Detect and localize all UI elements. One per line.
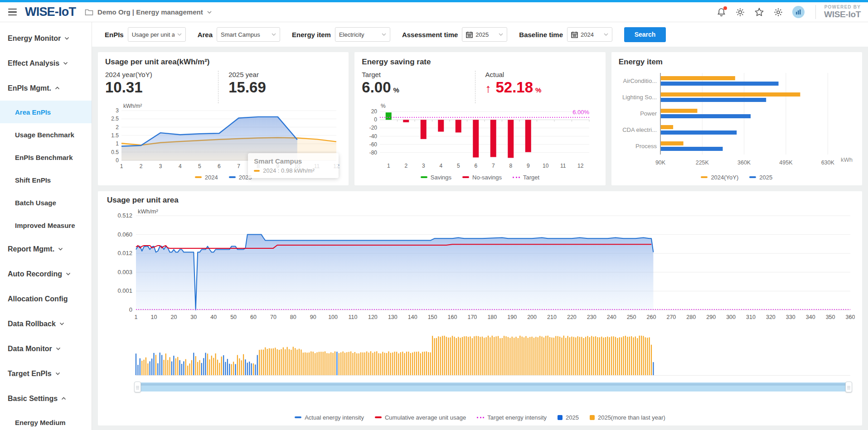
- settings-icon[interactable]: [773, 7, 783, 17]
- search-button[interactable]: Search: [624, 27, 666, 42]
- legend-marker: [590, 415, 595, 420]
- saving-rate-chart: 200-20-40-60-80%1234567891011126.00%: [362, 103, 597, 174]
- sidebar-item-auto-recording[interactable]: Auto Recording: [0, 261, 92, 286]
- sidebar-item-shift-enpis[interactable]: Shift EnPIs: [0, 169, 92, 191]
- svg-text:6: 6: [218, 163, 221, 169]
- legend-item-2025[interactable]: 2025: [749, 174, 772, 181]
- svg-text:9: 9: [276, 163, 279, 169]
- sidebar-item-energy-monitor[interactable]: Energy Monitor: [0, 26, 92, 51]
- chevron-down-icon: [604, 33, 608, 36]
- legend-item-2025[interactable]: 2025: [558, 414, 579, 421]
- sidebar-item-label: Auto Recording: [8, 270, 62, 278]
- stat-2024-yoy: 2024 year(YoY) 10.31: [105, 71, 218, 97]
- legend-item-actual-energy-intensity[interactable]: Actual energy intensity: [295, 414, 364, 421]
- sidebar-item-label: Energy Medium: [15, 419, 66, 426]
- sidebar-item-target-enpis[interactable]: Target EnPIs: [0, 361, 92, 386]
- legend-item-target[interactable]: Target: [513, 174, 539, 181]
- area-select[interactable]: Smart Campus: [217, 27, 280, 42]
- chevron-down-icon: [64, 37, 69, 40]
- svg-text:360: 360: [846, 314, 855, 320]
- notifications-icon[interactable]: [717, 7, 726, 17]
- legend-item-2024-yoy[interactable]: 2024(YoY): [701, 174, 738, 181]
- legend-label: 2025: [239, 174, 252, 181]
- svg-text:10: 10: [151, 314, 157, 320]
- sidebar-item-allocation-config[interactable]: Allocation Config: [0, 286, 92, 311]
- legend-item-no-savings[interactable]: No-savings: [462, 174, 502, 181]
- svg-text:50: 50: [230, 314, 237, 320]
- sidebar-item-enpis-benchmark[interactable]: EnPIs Benchmark: [0, 146, 92, 169]
- enpis-select[interactable]: Usage per unit are: [128, 27, 186, 42]
- svg-text:60: 60: [250, 314, 257, 320]
- sidebar-item-label: Energy Monitor: [8, 34, 61, 43]
- sidebar-item-data-monitor[interactable]: Data Monitor: [0, 336, 92, 361]
- org-label: Demo Org | Energy management: [97, 8, 203, 16]
- legend-marker: [295, 416, 301, 418]
- chevron-down-icon: [59, 322, 64, 325]
- svg-text:8: 8: [257, 163, 260, 169]
- chart-legend: Actual energy intensityCumulative averag…: [107, 412, 853, 423]
- sidebar-item-area-enpis[interactable]: Area EnPIs: [0, 101, 92, 123]
- display-settings-icon[interactable]: [735, 7, 745, 17]
- sidebar-item-usage-benchmark[interactable]: Usage Benchmark: [0, 123, 92, 146]
- svg-text:AirConditio...: AirConditio...: [623, 77, 656, 84]
- energy-item-select[interactable]: Electricity: [335, 27, 390, 42]
- avatar-glyph-icon: [795, 9, 801, 15]
- legend-item-target-energy-intensity[interactable]: Target energy intensity: [477, 414, 547, 421]
- sidebar-item-label: Data Rollback: [8, 320, 56, 328]
- divider: [475, 71, 475, 103]
- legend-label: No-savings: [472, 174, 502, 181]
- svg-text:40: 40: [210, 314, 217, 320]
- header: WISE-IoT Demo Org | Energy management: [0, 2, 868, 22]
- chevron-down-icon: [207, 11, 212, 14]
- assessment-time-select[interactable]: 2025: [462, 27, 507, 42]
- svg-text:4: 4: [440, 163, 443, 169]
- sidebar-item-effect-analysis[interactable]: Effect Analysis: [0, 51, 92, 76]
- energy-item-label: Energy item: [292, 31, 331, 39]
- svg-text:7: 7: [492, 163, 495, 169]
- baseline-time-label: Baseline time: [519, 31, 563, 39]
- svg-text:8: 8: [509, 163, 513, 169]
- favorites-icon[interactable]: [754, 7, 764, 17]
- legend-label: 2024(YoY): [711, 174, 738, 181]
- calendar-icon: [466, 31, 473, 38]
- legend-marker: [375, 416, 382, 418]
- usage-per-unit-area-daily-card: Usage per unit area 00.0010.0030.0120.06…: [98, 191, 862, 425]
- svg-text:Power: Power: [640, 110, 657, 117]
- scrollbar-handle-right[interactable]: [845, 382, 852, 392]
- scrollbar-handle-left[interactable]: [134, 382, 141, 392]
- svg-text:kWh/m²: kWh/m²: [123, 103, 142, 109]
- sidebar-item-batch-usage[interactable]: Batch Usage: [0, 191, 92, 214]
- sidebar-item-report-mgmt[interactable]: Report Mgmt.: [0, 237, 92, 261]
- svg-text:12: 12: [333, 163, 339, 169]
- enpis-value: Usage per unit are: [132, 31, 175, 38]
- sidebar: Energy MonitorEffect AnalysisEnPIs Mgmt.…: [0, 22, 92, 430]
- sidebar-item-improved-measure[interactable]: Improved Measure: [0, 214, 92, 237]
- energy-item-chart: 90K225K360K495K630KkWhAirConditio...Ligh…: [619, 69, 854, 171]
- svg-text:0.001: 0.001: [117, 287, 132, 294]
- legend-item-2025[interactable]: 2025: [229, 174, 252, 181]
- chart-scrollbar[interactable]: [136, 382, 850, 391]
- sidebar-item-data-rollback[interactable]: Data Rollback: [0, 311, 92, 336]
- svg-text:3: 3: [116, 107, 119, 114]
- sidebar-item-enpis-mgmt[interactable]: EnPIs Mgmt.: [0, 76, 92, 101]
- baseline-time-select[interactable]: 2024: [567, 27, 612, 42]
- sidebar-item-energy-medium[interactable]: Energy Medium: [0, 411, 92, 430]
- hamburger-menu-icon[interactable]: [7, 7, 18, 17]
- legend-item-2024[interactable]: 2024: [195, 174, 218, 181]
- legend-item-cumulative-average-unit-usage[interactable]: Cumulative average unit usage: [375, 414, 466, 421]
- svg-text:-40: -40: [369, 133, 378, 140]
- legend-item-2025-more-than-last-year[interactable]: 2025(more than last year): [590, 414, 665, 421]
- svg-text:%: %: [381, 103, 386, 109]
- sidebar-item-label: Effect Analysis: [8, 59, 59, 68]
- calendar-icon: [571, 31, 578, 38]
- sidebar-item-basic-settings[interactable]: Basic Settings: [0, 386, 92, 411]
- svg-text:630K: 630K: [821, 159, 834, 166]
- org-switcher[interactable]: Demo Org | Energy management: [85, 8, 212, 16]
- svg-text:4: 4: [179, 163, 182, 169]
- stat-2025: 2025 year 15.69: [228, 71, 341, 97]
- svg-text:10: 10: [543, 163, 549, 169]
- svg-text:2: 2: [140, 163, 143, 169]
- legend-item-savings[interactable]: Savings: [421, 174, 451, 181]
- user-avatar[interactable]: [792, 6, 805, 18]
- stat-target: Target 6.00%: [362, 71, 475, 97]
